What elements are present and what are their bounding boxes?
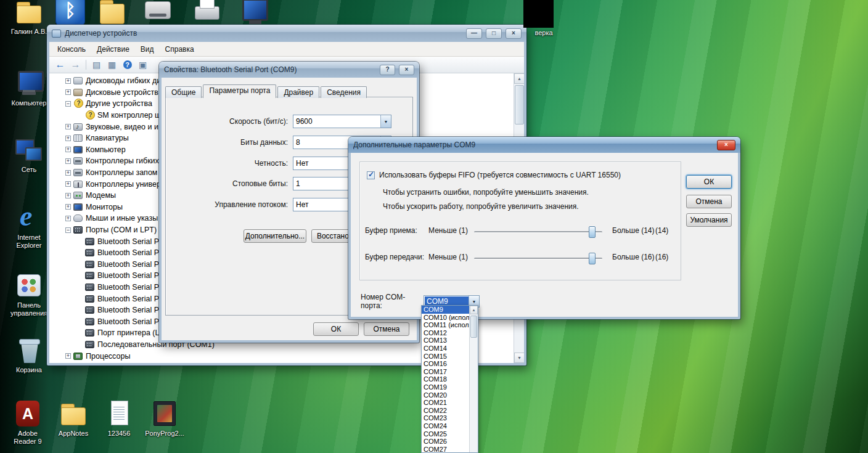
desktop-icon[interactable]: Галкин А.В. xyxy=(6,0,52,36)
dropdown-option[interactable]: COM24 xyxy=(422,422,469,430)
field-combo[interactable]: 9600 xyxy=(293,115,391,128)
fifo-checkbox[interactable] xyxy=(367,171,375,179)
printer-icon[interactable] xyxy=(192,0,222,27)
desktop-icon[interactable]: Сеть xyxy=(6,136,52,174)
expand-toggle-icon[interactable]: + xyxy=(65,89,71,95)
show-tree-icon[interactable] xyxy=(89,59,104,71)
expand-toggle-icon[interactable]: + xyxy=(65,193,71,198)
minimize-button[interactable]: — xyxy=(466,28,482,39)
dropdown-option[interactable]: COM22 xyxy=(422,407,469,415)
expand-toggle-icon[interactable]: − xyxy=(65,227,71,233)
dropdown-option[interactable]: COM13 xyxy=(422,337,469,345)
scanner-icon[interactable] xyxy=(143,0,173,27)
titlebar[interactable]: Свойства: Bluetooth Serial Port (COM9) ?… xyxy=(159,62,419,78)
cancel-button[interactable]: Отмена xyxy=(364,322,409,336)
defaults-button[interactable]: Умолчания xyxy=(686,213,732,227)
dropdown-scrollbar[interactable] xyxy=(469,306,478,452)
desktop-icon-label: Компьютер xyxy=(12,99,47,107)
internet-explorer-icon xyxy=(14,203,44,232)
tab[interactable]: Сведения xyxy=(321,86,367,98)
tab[interactable]: Общие xyxy=(165,86,202,98)
expand-toggle-icon[interactable]: + xyxy=(65,136,71,141)
titlebar[interactable]: Диспетчер устройств — □ × xyxy=(47,25,526,42)
expand-toggle-icon[interactable]: + xyxy=(65,181,71,187)
close-button[interactable]: × xyxy=(399,65,414,75)
dropdown-option[interactable]: COM25 xyxy=(422,430,469,438)
dropdown-option[interactable]: COM11 (испол xyxy=(422,321,469,329)
ok-button[interactable]: ОК xyxy=(686,175,732,189)
expand-toggle-icon[interactable]: + xyxy=(65,78,71,84)
scrollbar-thumb[interactable] xyxy=(470,316,477,338)
advanced-button[interactable]: Дополнительно... xyxy=(244,229,306,243)
expand-toggle-icon[interactable]: + xyxy=(65,353,71,359)
dropdown-option[interactable]: COM20 xyxy=(422,391,469,399)
dropdown-option[interactable]: COM17 xyxy=(422,368,469,376)
dropdown-option[interactable]: COM23 xyxy=(422,414,469,422)
desktop-icon[interactable]: Компьютер xyxy=(6,69,52,107)
desktop-icon[interactable]: Adobe Reader 9 xyxy=(6,399,49,446)
close-button[interactable]: × xyxy=(717,140,735,150)
window-icon[interactable] xyxy=(136,59,150,71)
expand-toggle-icon[interactable]: + xyxy=(65,170,71,176)
help-icon[interactable] xyxy=(120,59,134,71)
desktop-icon[interactable]: AppNotes xyxy=(52,399,95,438)
dropdown-option[interactable]: COM10 (испол xyxy=(422,314,469,322)
slider-thumb[interactable] xyxy=(589,253,596,264)
dropdown-option[interactable]: COM14 xyxy=(422,345,469,353)
folder-icon[interactable] xyxy=(97,0,127,27)
dropdown-option[interactable]: COM18 xyxy=(422,375,469,383)
tab[interactable]: Параметры порта xyxy=(203,84,276,98)
scroll-up-icon[interactable] xyxy=(470,306,478,314)
scroll-up-icon[interactable] xyxy=(514,73,524,84)
desktop-icon[interactable]: PonyProg2... xyxy=(143,399,186,438)
maximize-button[interactable]: □ xyxy=(486,28,502,39)
expand-toggle-icon[interactable]: + xyxy=(65,158,71,164)
receive-buffer-slider[interactable] xyxy=(474,231,602,233)
menubar: Консоль Действие Вид Справка xyxy=(49,42,524,57)
help-button[interactable]: ? xyxy=(380,65,395,75)
dropdown-option[interactable]: COM15 xyxy=(422,353,469,361)
titlebar[interactable]: Дополнительные параметры COM9 × xyxy=(348,137,740,153)
toolbar-separator[interactable] xyxy=(86,60,86,70)
desktop-icon[interactable]: 123456 xyxy=(97,399,141,438)
expand-toggle-icon[interactable]: + xyxy=(65,204,71,210)
forward-icon[interactable] xyxy=(68,59,83,71)
dropdown-option[interactable]: COM19 xyxy=(422,383,469,391)
close-button[interactable]: × xyxy=(506,28,522,39)
dropdown-option[interactable]: COM27 xyxy=(422,446,469,452)
menu-item[interactable]: Консоль xyxy=(52,43,91,55)
field-label: Четность: xyxy=(166,159,293,168)
dropdown-option[interactable]: COM26 xyxy=(422,438,469,446)
menu-item[interactable]: Справка xyxy=(160,43,200,55)
monitor-icon[interactable] xyxy=(240,0,270,27)
tab[interactable]: Драйвер xyxy=(277,86,319,98)
dropdown-option[interactable]: COM9 xyxy=(422,306,469,314)
ok-button[interactable]: ОК xyxy=(313,322,359,336)
expand-toggle-icon[interactable]: + xyxy=(65,124,71,129)
chevron-down-icon[interactable] xyxy=(380,115,391,128)
dropdown-option[interactable]: COM21 xyxy=(422,399,469,407)
desktop-icon[interactable]: Internet Explorer xyxy=(6,203,52,250)
menu-item[interactable]: Действие xyxy=(91,43,135,55)
desktop-bottom-icons: Adobe Reader 9 AppNotes 123456 PonyProg2… xyxy=(0,399,203,453)
expand-toggle-icon[interactable]: − xyxy=(65,101,71,107)
tree-item-label: Bluetooth Serial P xyxy=(97,295,159,303)
serial-port-icon xyxy=(85,318,94,325)
scrollbar-thumb[interactable] xyxy=(515,85,524,124)
back-icon[interactable] xyxy=(53,59,67,71)
transmit-buffer-slider[interactable] xyxy=(474,258,602,259)
slider-thumb[interactable] xyxy=(589,226,596,238)
dropdown-option[interactable]: COM12 xyxy=(422,329,469,337)
list-icon[interactable] xyxy=(105,59,119,71)
serial-port-icon xyxy=(85,249,94,256)
expand-toggle-icon[interactable]: + xyxy=(65,216,71,221)
expand-toggle-icon[interactable]: + xyxy=(65,147,71,152)
menu-item[interactable]: Вид xyxy=(135,43,160,55)
dropdown-option[interactable]: COM16 xyxy=(422,360,469,368)
desktop-icon[interactable]: Панель управления xyxy=(6,271,52,317)
bluetooth-icon[interactable] xyxy=(55,0,85,27)
tab-strip: Общие Параметры порта Драйвер Сведения xyxy=(165,85,368,98)
desktop-icon[interactable]: Корзина xyxy=(6,336,52,374)
cancel-button[interactable]: Отмена xyxy=(686,195,732,208)
scroll-down-icon[interactable] xyxy=(514,353,524,363)
